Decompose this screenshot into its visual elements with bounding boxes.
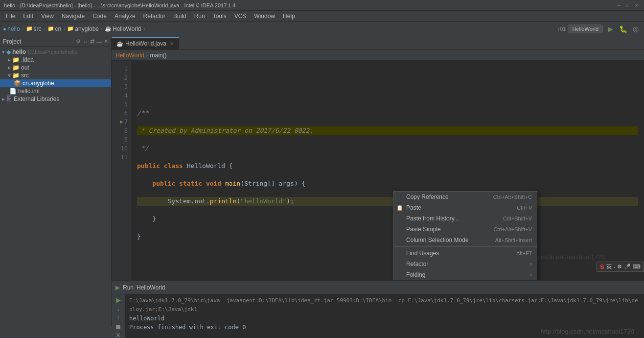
sidebar-sync-icon[interactable]: ⇄ xyxy=(90,38,94,45)
tree-item-helloiml[interactable]: 📄 hello.iml xyxy=(0,87,111,95)
iml-file-icon: 📄 xyxy=(9,88,17,95)
project-icon: ● xyxy=(3,25,6,32)
tree-item-hello[interactable]: ▾ ◆ hello D:\IdeaProjects\hello xyxy=(0,48,111,56)
sidebar-settings-icon[interactable]: ⚙ xyxy=(76,38,81,45)
sidebar-close-icon[interactable]: ✕ xyxy=(104,38,108,45)
ime-voice[interactable]: 🎤 xyxy=(624,264,631,270)
code-line-3: /** xyxy=(137,109,638,118)
tab-helloworldjava[interactable]: ☕ HelloWorld.java ✕ xyxy=(112,37,179,49)
run-panel-content: ▶ ↓ ↑ ◼ ✕ 📌 ⚙ E:\Java\jdk1.7.0_79\bin\ja… xyxy=(112,294,644,338)
ctx-refactor[interactable]: Refactor › xyxy=(393,259,537,269)
menu-item-help[interactable]: Help xyxy=(279,12,299,21)
bc-hello[interactable]: hello xyxy=(7,25,20,32)
ctx-paste-label: Paste xyxy=(406,204,421,211)
run-panel-config-name: HelloWorld xyxy=(137,284,165,291)
menu-item-edit[interactable]: Edit xyxy=(19,12,37,21)
code-content[interactable]: /** * Created by Administrator on 2017/6… xyxy=(131,61,644,280)
bc-src[interactable]: src xyxy=(34,25,42,32)
ctx-folding-label: Folding xyxy=(406,271,425,278)
ime-keyboard[interactable]: ⌨ xyxy=(633,264,641,270)
tab-label: HelloWorld.java xyxy=(125,40,166,47)
run-button[interactable]: ▶ xyxy=(605,24,616,34)
project-tree: ▾ ◆ hello D:\IdeaProjects\hello ▸ 📁 .ide… xyxy=(0,47,111,327)
ctx-paste[interactable]: 📋 Paste Ctrl+V xyxy=(393,202,537,213)
coverage-button[interactable]: ◎ xyxy=(630,24,641,34)
ctx-paste-simple[interactable]: Paste Simple Ctrl+Alt+Shift+V xyxy=(393,224,537,235)
menu-item-view[interactable]: View xyxy=(37,12,58,21)
bc-helloworld-class[interactable]: HelloWorld xyxy=(115,52,144,59)
menu-item-file[interactable]: File xyxy=(2,12,19,21)
maximize-button[interactable]: □ xyxy=(624,2,631,9)
bc-main-method[interactable]: main() xyxy=(150,52,166,59)
bc-cn[interactable]: cn xyxy=(55,25,62,32)
menu-item-analyze[interactable]: Analyze xyxy=(111,12,139,21)
ctx-paste-simple-label: Paste Simple xyxy=(406,226,441,233)
main-area: Project ⚙ ↔ ⇄ — ✕ ▾ ◆ hello D:\IdeaProje… xyxy=(0,36,644,327)
line-numbers: 1 2 3 4 5 6 ▶ 7 8 9 10 11 xyxy=(112,61,131,280)
run-scroll-up-button[interactable]: ↑ xyxy=(114,314,123,321)
bc-helloworld[interactable]: HelloWorld xyxy=(113,25,141,32)
run-close-button[interactable]: ✕ xyxy=(114,332,123,338)
ime-logo: S xyxy=(600,263,604,270)
extlib-icon: 🗄 xyxy=(6,96,12,102)
menu-item-navigate[interactable]: Navigate xyxy=(58,12,89,21)
ime-lang[interactable]: 英 xyxy=(606,263,612,270)
ime-sep: · xyxy=(614,264,615,270)
ime-bar: S 英 · ⚙ 🎤 ⌨ xyxy=(597,262,644,272)
window-controls: ─ □ ✕ xyxy=(616,2,640,9)
run-gutter-icon-7[interactable]: ▶ xyxy=(120,118,123,126)
ctx-copy-reference[interactable]: Copy Reference Ctrl+Alt+Shift+C xyxy=(393,192,537,202)
run-scroll-down-button[interactable]: ↓ xyxy=(114,305,123,313)
out-folder-icon: 📁 xyxy=(12,64,20,71)
menu-item-run[interactable]: Run xyxy=(190,12,209,21)
tree-item-hello-label: hello xyxy=(12,48,26,55)
ctx-paste-simple-shortcut: Ctrl+Alt+Shift+V xyxy=(483,226,532,232)
helloworld-file-icon: ☕ xyxy=(105,25,112,32)
ctx-copy-reference-label: Copy Reference xyxy=(406,193,449,200)
sidebar-header: Project ⚙ ↔ ⇄ — ✕ xyxy=(0,36,111,47)
ctx-find-usages[interactable]: Find Usages Alt+F7 xyxy=(393,248,537,259)
ctx-refactor-arrow: › xyxy=(530,261,532,267)
ctx-column-selection-shortcut: Alt+Shift+Insert xyxy=(485,237,532,243)
run-config-dropdown[interactable]: HelloWorld xyxy=(568,24,603,33)
run-output-line-1: E:\Java\jdk1.7.0_79\bin\java -javaagent:… xyxy=(129,296,640,314)
src-folder-icon: 📁 xyxy=(26,25,33,32)
close-button[interactable]: ✕ xyxy=(633,2,640,9)
tab-close-icon[interactable]: ✕ xyxy=(170,41,174,47)
idea-folder-icon: 📁 xyxy=(12,56,20,63)
ctx-column-selection[interactable]: Column Selection Mode Alt+Shift+Insert xyxy=(393,235,537,245)
bc-anyglobe[interactable]: anyglobe xyxy=(75,25,99,32)
anyglobe-folder-icon: 📁 xyxy=(67,25,74,32)
menu-item-refactor[interactable]: Refactor xyxy=(139,12,169,21)
run-rerun-button[interactable]: ▶ xyxy=(114,296,123,304)
ctx-paste-history-label: Paste from History... xyxy=(406,215,459,222)
run-stop-button[interactable]: ◼ xyxy=(114,323,123,330)
run-output-line-4: Process finished with exit code 0 xyxy=(129,323,640,332)
idea-expand-icon: ▸ xyxy=(8,56,11,63)
tree-item-extlibs[interactable]: ▸ 🗄 External Libraries xyxy=(0,95,111,103)
sidebar-expand-icon[interactable]: ↔ xyxy=(83,39,88,45)
minimize-button[interactable]: ─ xyxy=(616,2,622,9)
menu-item-vcs[interactable]: VCS xyxy=(230,12,251,21)
ime-settings[interactable]: ⚙ xyxy=(617,264,622,270)
menu-item-code[interactable]: Code xyxy=(89,12,111,21)
sidebar: Project ⚙ ↔ ⇄ — ✕ ▾ ◆ hello D:\IdeaProje… xyxy=(0,36,112,327)
editor-area: ☕ HelloWorld.java ✕ HelloWorld › main() … xyxy=(112,36,644,280)
update-icon: ↑01 xyxy=(557,26,566,32)
tree-item-out[interactable]: ▸ 📁 out xyxy=(0,64,111,72)
debug-button[interactable]: 🐛 xyxy=(618,24,628,34)
run-output: E:\Java\jdk1.7.0_79\bin\java -javaagent:… xyxy=(125,294,644,338)
paste-icon: 📋 xyxy=(396,205,403,211)
code-line-5: */ xyxy=(137,144,638,153)
menu-item-build[interactable]: Build xyxy=(169,12,190,21)
tree-item-cnanyglobe[interactable]: 📦 cn.anyglobe xyxy=(0,79,111,87)
ctx-paste-history[interactable]: Paste from History... Ctrl+Shift+V xyxy=(393,213,537,224)
tree-item-idea[interactable]: ▸ 📁 .idea xyxy=(0,56,111,64)
run-side-toolbar: ▶ ↓ ↑ ◼ ✕ 📌 ⚙ xyxy=(112,294,125,338)
ctx-folding[interactable]: Folding › xyxy=(393,269,537,280)
menu-item-window[interactable]: Window xyxy=(250,12,279,21)
run-output-line-2: helloWorld xyxy=(129,314,640,323)
tree-item-src[interactable]: ▾ 📁 src xyxy=(0,72,111,79)
sidebar-collapse-icon[interactable]: — xyxy=(96,39,102,45)
menu-item-tools[interactable]: Tools xyxy=(209,12,230,21)
